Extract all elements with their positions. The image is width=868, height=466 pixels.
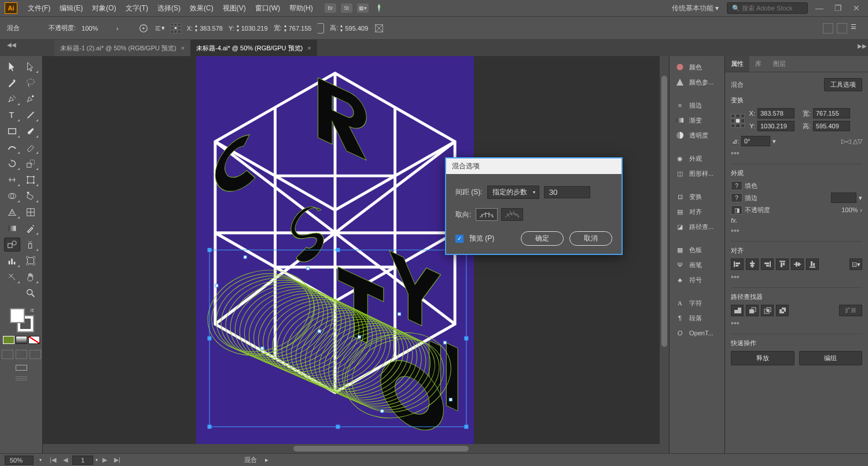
eyedropper-tool[interactable] [23,221,39,235]
symbol-sprayer-tool[interactable] [23,238,39,252]
link-wh-icon[interactable] [317,23,324,34]
menu-effect[interactable]: 效果(C) [185,3,218,13]
rectangle-tool[interactable] [4,124,20,138]
h-input[interactable] [813,121,850,131]
y-stepper-icon[interactable]: ▴▾ [237,24,239,33]
tool-options-button[interactable]: 工具选项 [824,78,862,91]
flip-v-icon[interactable]: △▽ [853,138,862,145]
w-stepper-icon[interactable]: ▴▾ [284,24,286,33]
edit-contents-icon[interactable] [837,23,847,34]
panel-color-guide[interactable]: 颜色参... [670,75,724,90]
stroke-weight-input[interactable] [831,193,856,203]
pathfinder-expand-button[interactable]: 扩展 [839,305,862,316]
spacing-value-input[interactable] [544,186,590,198]
spacing-mode-select[interactable]: 指定的步数▾ [487,186,539,199]
draw-behind-icon[interactable] [16,350,27,359]
pathfinder-minus-icon[interactable] [746,305,759,316]
paintbrush-tool[interactable] [23,124,39,138]
horizontal-scrollbar[interactable] [43,444,669,453]
stock-icon[interactable]: St [341,3,352,13]
artboard-navigation[interactable]: |◀ ◀ 1▾ ▶ ▶| [47,456,123,465]
shape-builder-tool[interactable] [4,189,20,203]
color-mode-none[interactable] [28,336,40,344]
y-input[interactable] [757,121,795,131]
artboard-tool[interactable] [23,254,39,268]
magic-wand-tool[interactable] [4,76,20,90]
pen-tool[interactable] [4,92,20,106]
panel-paragraph[interactable]: ¶段落 [670,310,724,326]
align-left-icon[interactable] [731,258,744,270]
tab-libraries[interactable]: 库 [749,56,767,72]
toolbar-collapse-icon[interactable]: ◀◀ [7,40,20,56]
x-stepper-icon[interactable]: ▴▾ [195,24,197,33]
orient-path-button[interactable] [501,208,523,221]
draw-inside-icon[interactable] [30,350,41,359]
lasso-tool[interactable] [23,76,39,90]
perspective-grid-tool[interactable] [4,205,20,219]
arrange-icon[interactable]: ▦▾ [357,3,369,13]
menu-file[interactable]: 文件(F) [23,3,55,13]
menu-edit[interactable]: 编辑(E) [55,3,87,13]
tab-layers[interactable]: 图层 [767,56,792,72]
panel-swatches[interactable]: ▦色板 [670,242,724,257]
panel-align[interactable]: ▤对齐 [670,204,724,219]
preview-checkbox[interactable]: ✓ [455,235,464,243]
bridge-icon[interactable]: Br [325,3,336,13]
slice-tool[interactable] [4,270,20,284]
window-minimize[interactable]: — [812,3,826,13]
fill-swatch-small[interactable]: ? [731,181,742,190]
dialog-title[interactable]: 混合选项 [446,158,621,174]
align-to-icon[interactable]: ⊡▾ [849,258,862,270]
appearance-more-icon[interactable]: ••• [731,226,862,235]
transform-more-icon[interactable]: ••• [731,149,862,158]
line-tool[interactable] [23,108,39,122]
rotate-tool[interactable] [4,157,20,171]
hand-tool[interactable] [23,270,39,284]
panel-pathfinder[interactable]: ◪路径查... [670,219,724,234]
edit-toolbar-icon[interactable] [13,376,30,382]
panel-opentype[interactable]: OOpenT... [670,326,724,341]
column-graph-tool[interactable] [4,254,20,268]
opacity-caret-icon[interactable]: › [860,206,862,213]
scale-tool[interactable] [23,157,39,171]
document-tab-1[interactable]: 未标题-1 (2).ai* @ 50% (RGB/GPU 预览)× [54,40,190,56]
transform-panel-icon[interactable] [374,23,384,34]
ok-button[interactable]: 确定 [521,231,564,246]
selection-tool[interactable] [4,60,20,73]
menu-select[interactable]: 选择(S) [153,3,185,13]
document-tab-2[interactable]: 未标题-4.ai* @ 50% (RGB/GPU 预览)× [190,40,317,56]
stroke-caret-icon[interactable]: ▾ [859,194,862,202]
tab-close-icon[interactable]: × [307,45,311,51]
panel-transparency[interactable]: 透明度 [670,128,724,143]
align-hcenter-icon[interactable] [746,258,759,270]
search-stock-input[interactable]: 🔍 搜索 Adobe Stock [727,2,808,14]
gradient-tool[interactable] [4,221,20,235]
window-restore[interactable]: ❐ [831,3,845,13]
menu-object[interactable]: 对象(O) [87,3,120,13]
prev-artboard-icon[interactable]: ◀ [61,456,70,464]
tab-properties[interactable]: 属性 [725,56,749,72]
eraser-tool[interactable] [23,140,39,154]
angle-input[interactable] [741,136,770,146]
pathfinder-exclude-icon[interactable] [776,305,789,316]
doc-setup-icon[interactable]: ☰ [851,23,861,34]
gpu-rocket-icon[interactable] [373,3,385,13]
opacity-caret-icon[interactable]: › [116,25,119,32]
align-vcenter-icon[interactable] [791,258,804,270]
window-close[interactable]: ✕ [849,3,863,13]
h-stepper-icon[interactable]: ▴▾ [340,24,343,33]
pathfinder-unite-icon[interactable] [731,305,744,316]
x-value[interactable]: 383.578 [200,25,223,32]
isolate-icon[interactable] [823,23,833,34]
pathfinder-more-icon[interactable]: ••• [731,319,862,328]
panel-character[interactable]: A字符 [670,295,724,310]
angle-caret-icon[interactable]: ▾ [773,138,776,145]
x-input[interactable] [757,108,795,119]
align-bottom-icon[interactable] [806,258,819,270]
swap-fill-stroke-icon[interactable]: ⤭ [30,307,34,313]
opacity-value[interactable]: 100% [82,25,111,32]
panel-transform[interactable]: ⊡变换 [670,189,724,204]
vertical-scrollbar[interactable] [660,56,669,444]
pathfinder-intersect-icon[interactable] [761,305,774,316]
color-mode-solid[interactable] [3,336,14,344]
